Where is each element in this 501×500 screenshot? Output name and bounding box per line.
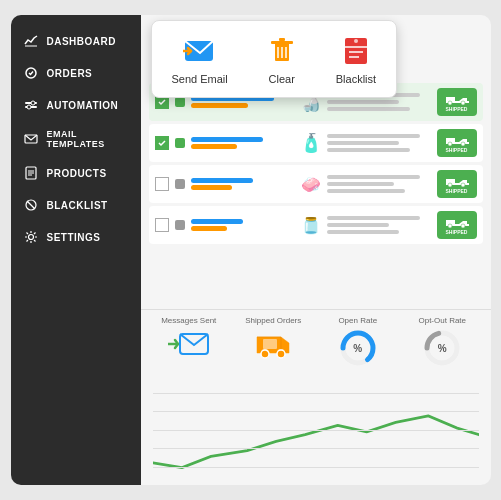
- clear-label: Clear: [269, 73, 295, 85]
- context-menu: Send Email Clear: [151, 20, 398, 98]
- sidebar-item-products[interactable]: PRODUCTS: [11, 157, 141, 189]
- automation-icon: [23, 97, 39, 113]
- row-color-indicator: [175, 97, 185, 107]
- sidebar-item-label-automation: AUTOMATION: [47, 100, 119, 111]
- svg-point-35: [461, 183, 465, 187]
- svg-point-42: [277, 350, 285, 358]
- stats-row: Messages Sent Shipped Orders: [141, 309, 491, 375]
- opt-out-rate-label: Opt-Out Rate: [418, 316, 466, 325]
- clear-icon-box: [264, 33, 300, 69]
- sidebar-item-blacklist[interactable]: BLACKLIST: [11, 189, 141, 221]
- svg-point-5: [27, 105, 31, 109]
- row-bars: [191, 178, 295, 190]
- svg-point-28: [448, 101, 452, 105]
- svg-point-34: [448, 183, 452, 187]
- row-checkbox[interactable]: [155, 136, 169, 150]
- blacklist-label: Blacklist: [336, 73, 376, 85]
- opt-out-rate-value: %: [438, 343, 447, 354]
- clear-button[interactable]: Clear: [256, 29, 308, 89]
- svg-point-37: [448, 224, 452, 228]
- row-info-lines: [327, 134, 431, 152]
- opt-out-rate-chart: %: [423, 329, 461, 367]
- table-row[interactable]: 🧴 SHIPPED: [149, 124, 483, 162]
- shipped-badge: SHIPPED: [437, 88, 477, 116]
- row-info-lines: [327, 216, 431, 234]
- open-rate-chart: %: [339, 329, 377, 367]
- main-content: Send Email Clear: [141, 15, 491, 485]
- shipped-badge: SHIPPED: [437, 129, 477, 157]
- row-info-lines: [327, 175, 431, 193]
- stat-open-rate: Open Rate %: [318, 316, 399, 369]
- settings-icon: [23, 229, 39, 245]
- stat-messages-sent: Messages Sent: [149, 316, 230, 369]
- table-row[interactable]: 🧼 SHIPPED: [149, 165, 483, 203]
- messages-sent-label: Messages Sent: [161, 316, 216, 325]
- row-color-indicator: [175, 138, 185, 148]
- messages-sent-icon: [168, 329, 210, 363]
- open-rate-label: Open Rate: [338, 316, 377, 325]
- shipped-orders-label: Shipped Orders: [245, 316, 301, 325]
- send-email-label: Send Email: [172, 73, 228, 85]
- blacklist-icon-box: [338, 33, 374, 69]
- sidebar-item-orders[interactable]: ORDERS: [11, 57, 141, 89]
- product-icon: 🧼: [301, 169, 321, 199]
- svg-point-32: [461, 142, 465, 146]
- send-email-button[interactable]: Send Email: [164, 29, 236, 89]
- row-bars: [191, 137, 295, 149]
- sidebar-item-label-products: PRODUCTS: [47, 168, 107, 179]
- email-templates-icon: [23, 131, 39, 147]
- sidebar-item-settings[interactable]: SETTINGS: [11, 221, 141, 253]
- svg-rect-18: [279, 38, 285, 41]
- table-row[interactable]: 🫙 SHIPPED: [149, 206, 483, 244]
- sidebar: DASHBOARD ORDERS AUTOMATION: [11, 15, 141, 485]
- chart-area: [141, 375, 491, 485]
- svg-point-38: [461, 224, 465, 228]
- svg-point-41: [261, 350, 269, 358]
- table-area: 🍶 SHIPPED: [141, 75, 491, 309]
- row-checkbox[interactable]: [155, 218, 169, 232]
- sidebar-item-email-templates[interactable]: EMAIL TEMPLATES: [11, 121, 141, 157]
- open-rate-value: %: [353, 343, 362, 354]
- svg-rect-43: [263, 339, 277, 349]
- sidebar-item-dashboard[interactable]: DASHBOARD: [11, 25, 141, 57]
- row-color-indicator: [175, 179, 185, 189]
- shipped-badge: SHIPPED: [437, 211, 477, 239]
- product-icon: 🧴: [301, 128, 321, 158]
- send-email-icon-box: [182, 33, 218, 69]
- sidebar-item-label-settings: SETTINGS: [47, 232, 101, 243]
- chart-grid: [153, 375, 479, 485]
- sidebar-item-label-blacklist: BLACKLIST: [47, 200, 108, 211]
- sidebar-item-automation[interactable]: AUTOMATION: [11, 89, 141, 121]
- svg-point-31: [448, 142, 452, 146]
- row-color-indicator: [175, 220, 185, 230]
- row-bars: [191, 219, 295, 231]
- svg-point-13: [28, 235, 33, 240]
- svg-point-4: [31, 101, 35, 105]
- svg-point-29: [461, 101, 465, 105]
- products-icon: [23, 165, 39, 181]
- sidebar-item-label-orders: ORDERS: [47, 68, 93, 79]
- orders-icon: [23, 65, 39, 81]
- stat-opt-out-rate: Opt-Out Rate %: [402, 316, 483, 369]
- blacklist-button[interactable]: Blacklist: [328, 29, 384, 89]
- stat-shipped-orders: Shipped Orders: [233, 316, 314, 369]
- svg-rect-17: [271, 41, 293, 44]
- sidebar-item-label-email-templates: EMAIL TEMPLATES: [47, 129, 129, 149]
- svg-line-12: [27, 201, 35, 209]
- row-checkbox[interactable]: [155, 177, 169, 191]
- svg-point-24: [354, 39, 358, 43]
- shipped-orders-icon: [253, 329, 293, 369]
- sidebar-item-label-dashboard: DASHBOARD: [47, 36, 117, 47]
- dashboard-icon: [23, 33, 39, 49]
- blacklist-icon: [23, 197, 39, 213]
- shipped-badge: SHIPPED: [437, 170, 477, 198]
- product-icon: 🫙: [301, 210, 321, 240]
